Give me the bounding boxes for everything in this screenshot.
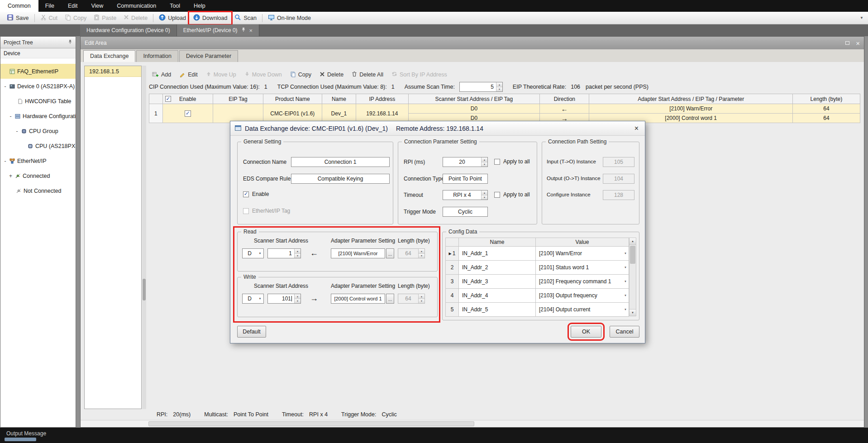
- read-adapter-field[interactable]: [2100] Warn/Error: [331, 248, 385, 258]
- scrollbar-thumb[interactable]: [143, 279, 146, 300]
- collapse-icon[interactable]: -: [15, 128, 19, 134]
- config-row[interactable]: 2 IN_Addr_2 [2101] Status word 1▼: [445, 261, 629, 275]
- spinner-down-icon[interactable]: ▼: [295, 299, 300, 304]
- move-up-button[interactable]: Move Up: [203, 70, 239, 80]
- menu-tool[interactable]: Tool: [163, 0, 187, 12]
- tree-item-ethernet-ip[interactable]: - EtherNet/IP: [0, 153, 76, 168]
- read-device-combo[interactable]: D ▼: [242, 248, 264, 258]
- collapse-icon[interactable]: -: [3, 83, 7, 90]
- copy-row-button[interactable]: Copy: [287, 70, 315, 80]
- menu-edit[interactable]: Edit: [61, 0, 85, 12]
- toolbar-overflow-caret[interactable]: ▼: [860, 16, 863, 20]
- menu-common[interactable]: Common: [0, 0, 38, 12]
- spinner-up-icon[interactable]: ▲: [295, 294, 300, 299]
- delete-all-button[interactable]: Delete All: [348, 70, 386, 80]
- read-browse-button[interactable]: ...: [386, 248, 394, 258]
- dropdown-icon[interactable]: ▼: [624, 280, 627, 283]
- tab-information[interactable]: Information: [136, 50, 178, 62]
- dropdown-icon[interactable]: ▼: [257, 252, 263, 255]
- dropdown-icon[interactable]: ▼: [257, 297, 263, 300]
- dialog-close-icon[interactable]: ×: [633, 124, 640, 133]
- enable-checkbox[interactable]: ✓: [185, 110, 191, 117]
- upload-button[interactable]: Upload: [155, 13, 190, 24]
- select-all-checkbox[interactable]: ✓: [165, 96, 171, 102]
- rpi-apply-to-all-row[interactable]: Apply to all: [494, 158, 530, 165]
- connection-type-field[interactable]: Point To Point: [443, 174, 488, 184]
- config-value-combo[interactable]: [2102] Frequency command 1▼: [536, 275, 629, 289]
- config-value-combo[interactable]: [2100] Warn/Error▼: [536, 247, 629, 261]
- write-address-spinner[interactable]: 101 ▲▼: [267, 294, 301, 304]
- spinner-down-icon[interactable]: ▼: [496, 87, 502, 92]
- enable-checkbox[interactable]: ✓: [243, 191, 249, 197]
- spinner-up-icon[interactable]: ▲: [496, 82, 502, 87]
- menu-communication[interactable]: Communication: [110, 0, 163, 12]
- restore-icon[interactable]: [845, 41, 849, 45]
- ethernet-ip-tag-checkbox[interactable]: [243, 208, 249, 214]
- delete-button[interactable]: Delete: [120, 13, 151, 23]
- trigger-mode-field[interactable]: Cyclic: [443, 207, 488, 217]
- dropdown-icon[interactable]: ▼: [624, 252, 627, 255]
- timeout-apply-checkbox[interactable]: [494, 192, 500, 198]
- menu-help[interactable]: Help: [187, 0, 212, 12]
- spinner-down-icon[interactable]: ▼: [295, 254, 300, 258]
- write-browse-button[interactable]: ...: [386, 294, 394, 304]
- enable-checkbox-row[interactable]: ✓ Enable: [243, 191, 269, 197]
- timeout-apply-to-all-row[interactable]: Apply to all: [494, 191, 530, 198]
- tree-item-cpu[interactable]: CPU (AS218PX-A): [0, 138, 76, 153]
- tree-item-cpu-group[interactable]: - CPU Group: [0, 124, 76, 138]
- write-device-combo[interactable]: D ▼: [242, 294, 264, 304]
- cancel-button[interactable]: Cancel: [610, 326, 639, 338]
- spinner-up-icon[interactable]: ▲: [482, 157, 487, 162]
- device-list-item[interactable]: 192.168.1.5: [85, 66, 141, 77]
- menu-view[interactable]: View: [84, 0, 110, 12]
- save-button[interactable]: Save: [3, 13, 33, 24]
- read-address-spinner[interactable]: 1 ▲▼: [267, 248, 301, 258]
- pin-icon[interactable]: [241, 27, 246, 33]
- dropdown-icon[interactable]: ▼: [624, 308, 627, 311]
- panel-pin-icon[interactable]: [68, 39, 72, 46]
- output-message-tab[interactable]: Output Message: [6, 430, 46, 437]
- config-value-combo[interactable]: [2104] Output current▼: [536, 303, 629, 317]
- assume-scan-time-spinner[interactable]: 5 ▲▼: [459, 82, 503, 92]
- delete-row-button[interactable]: Delete: [316, 70, 347, 80]
- tree-item-device0[interactable]: - Device 0 (AS218PX-A): [0, 79, 76, 94]
- edit-area-scrollbar[interactable]: [142, 66, 146, 409]
- tree-item-project[interactable]: FAQ_EthernetIP: [0, 64, 76, 79]
- timeout-spinner[interactable]: RPI x 4 ▲▼: [443, 190, 488, 200]
- tree-item-hardware-configuration[interactable]: - Hardware Configuration: [0, 109, 76, 124]
- exchange-row[interactable]: 1 ✓ CMC-EIP01 (v1.6) Dev_1 192.168.1.14 …: [149, 104, 860, 114]
- scan-button[interactable]: Scan: [231, 13, 260, 24]
- horizontal-scrollbar[interactable]: [81, 420, 864, 427]
- online-mode-button[interactable]: On-line Mode: [264, 13, 315, 24]
- config-scrollbar[interactable]: ▲ ▼: [629, 238, 636, 316]
- spinner-down-icon[interactable]: ▼: [482, 162, 487, 167]
- config-row[interactable]: 3 IN_Addr_3 [2102] Frequency command 1▼: [445, 275, 629, 289]
- menu-file[interactable]: File: [38, 0, 61, 12]
- default-button[interactable]: Default: [237, 326, 266, 338]
- tree-item-hwconfig-table[interactable]: HWCONFIG Table: [0, 94, 76, 109]
- dropdown-icon[interactable]: ▼: [624, 266, 627, 269]
- scroll-down-icon[interactable]: ▼: [630, 309, 636, 316]
- copy-button[interactable]: Copy: [61, 13, 90, 23]
- collapse-icon[interactable]: -: [3, 158, 7, 164]
- expand-icon[interactable]: +: [9, 173, 13, 179]
- add-button[interactable]: Add: [149, 70, 174, 80]
- scroll-up-icon[interactable]: ▲: [630, 238, 636, 245]
- scrollbar-thumb[interactable]: [148, 421, 474, 426]
- ok-button[interactable]: OK: [571, 326, 601, 338]
- config-row[interactable]: 4 IN_Addr_4 [2103] Output frequency▼: [445, 289, 629, 303]
- sort-by-ip-button[interactable]: Sort By IP Address: [388, 70, 450, 80]
- tree-item-not-connected[interactable]: Not Connected: [0, 183, 76, 198]
- tab-close-icon[interactable]: ×: [249, 27, 253, 34]
- config-value-combo[interactable]: [2101] Status word 1▼: [536, 261, 629, 275]
- tab-hardware-configuration[interactable]: Hardware Configuration (Device 0): [80, 24, 177, 36]
- tab-data-exchange[interactable]: Data Exchange: [83, 50, 135, 62]
- tree-item-connected[interactable]: + Connected: [0, 168, 76, 183]
- ethernet-ip-tag-checkbox-row[interactable]: EtherNet/IP Tag: [243, 208, 290, 214]
- tab-ethernet-ip[interactable]: EtherNet/IP (Device 0) ×: [177, 24, 259, 36]
- rpi-apply-checkbox[interactable]: [494, 159, 500, 165]
- config-row[interactable]: 5 IN_Addr_5 [2104] Output current▼: [445, 303, 629, 317]
- tab-device-parameter[interactable]: Device Parameter: [179, 50, 238, 62]
- spinner-up-icon[interactable]: ▲: [482, 191, 487, 195]
- collapse-icon[interactable]: -: [9, 113, 13, 119]
